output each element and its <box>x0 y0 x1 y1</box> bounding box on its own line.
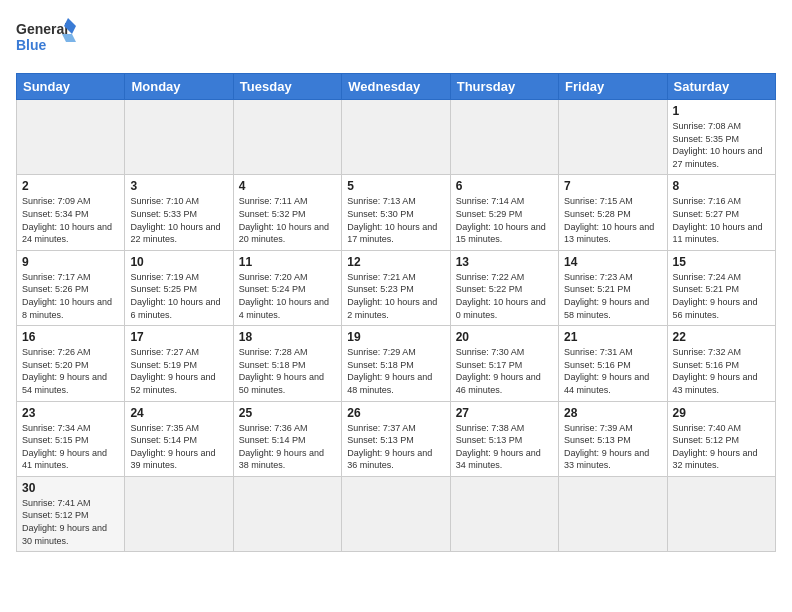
day-number: 10 <box>130 255 227 269</box>
svg-marker-3 <box>62 34 76 42</box>
calendar-cell: 7Sunrise: 7:15 AM Sunset: 5:28 PM Daylig… <box>559 175 667 250</box>
day-info: Sunrise: 7:16 AM Sunset: 5:27 PM Dayligh… <box>673 195 770 245</box>
day-number: 19 <box>347 330 444 344</box>
day-number: 20 <box>456 330 553 344</box>
calendar-cell: 10Sunrise: 7:19 AM Sunset: 5:25 PM Dayli… <box>125 250 233 325</box>
day-number: 29 <box>673 406 770 420</box>
day-number: 21 <box>564 330 661 344</box>
day-number: 4 <box>239 179 336 193</box>
day-number: 1 <box>673 104 770 118</box>
calendar-cell <box>125 100 233 175</box>
weekday-header: Monday <box>125 74 233 100</box>
calendar-cell: 15Sunrise: 7:24 AM Sunset: 5:21 PM Dayli… <box>667 250 775 325</box>
calendar-cell: 18Sunrise: 7:28 AM Sunset: 5:18 PM Dayli… <box>233 326 341 401</box>
logo-svg: General Blue <box>16 16 76 61</box>
day-number: 30 <box>22 481 119 495</box>
day-info: Sunrise: 7:28 AM Sunset: 5:18 PM Dayligh… <box>239 346 336 396</box>
day-number: 22 <box>673 330 770 344</box>
calendar-header-row: SundayMondayTuesdayWednesdayThursdayFrid… <box>17 74 776 100</box>
day-info: Sunrise: 7:31 AM Sunset: 5:16 PM Dayligh… <box>564 346 661 396</box>
day-info: Sunrise: 7:19 AM Sunset: 5:25 PM Dayligh… <box>130 271 227 321</box>
weekday-header: Saturday <box>667 74 775 100</box>
day-number: 24 <box>130 406 227 420</box>
logo: General Blue <box>16 16 76 61</box>
calendar-cell: 17Sunrise: 7:27 AM Sunset: 5:19 PM Dayli… <box>125 326 233 401</box>
day-number: 18 <box>239 330 336 344</box>
page-header: General Blue <box>16 16 776 61</box>
calendar-cell <box>342 476 450 551</box>
day-info: Sunrise: 7:32 AM Sunset: 5:16 PM Dayligh… <box>673 346 770 396</box>
day-info: Sunrise: 7:24 AM Sunset: 5:21 PM Dayligh… <box>673 271 770 321</box>
day-info: Sunrise: 7:20 AM Sunset: 5:24 PM Dayligh… <box>239 271 336 321</box>
weekday-header: Friday <box>559 74 667 100</box>
day-number: 2 <box>22 179 119 193</box>
calendar-cell: 24Sunrise: 7:35 AM Sunset: 5:14 PM Dayli… <box>125 401 233 476</box>
day-number: 28 <box>564 406 661 420</box>
day-number: 11 <box>239 255 336 269</box>
day-info: Sunrise: 7:08 AM Sunset: 5:35 PM Dayligh… <box>673 120 770 170</box>
day-info: Sunrise: 7:17 AM Sunset: 5:26 PM Dayligh… <box>22 271 119 321</box>
day-info: Sunrise: 7:38 AM Sunset: 5:13 PM Dayligh… <box>456 422 553 472</box>
calendar-cell <box>125 476 233 551</box>
calendar-cell: 11Sunrise: 7:20 AM Sunset: 5:24 PM Dayli… <box>233 250 341 325</box>
day-number: 9 <box>22 255 119 269</box>
day-info: Sunrise: 7:29 AM Sunset: 5:18 PM Dayligh… <box>347 346 444 396</box>
weekday-header: Sunday <box>17 74 125 100</box>
calendar-week-row: 2Sunrise: 7:09 AM Sunset: 5:34 PM Daylig… <box>17 175 776 250</box>
calendar-table: SundayMondayTuesdayWednesdayThursdayFrid… <box>16 73 776 552</box>
day-info: Sunrise: 7:14 AM Sunset: 5:29 PM Dayligh… <box>456 195 553 245</box>
calendar-cell <box>233 100 341 175</box>
day-number: 25 <box>239 406 336 420</box>
day-number: 8 <box>673 179 770 193</box>
calendar-cell <box>559 476 667 551</box>
calendar-week-row: 1Sunrise: 7:08 AM Sunset: 5:35 PM Daylig… <box>17 100 776 175</box>
day-number: 14 <box>564 255 661 269</box>
calendar-cell: 19Sunrise: 7:29 AM Sunset: 5:18 PM Dayli… <box>342 326 450 401</box>
day-info: Sunrise: 7:09 AM Sunset: 5:34 PM Dayligh… <box>22 195 119 245</box>
calendar-cell: 4Sunrise: 7:11 AM Sunset: 5:32 PM Daylig… <box>233 175 341 250</box>
day-info: Sunrise: 7:23 AM Sunset: 5:21 PM Dayligh… <box>564 271 661 321</box>
calendar-week-row: 23Sunrise: 7:34 AM Sunset: 5:15 PM Dayli… <box>17 401 776 476</box>
day-number: 15 <box>673 255 770 269</box>
svg-text:General: General <box>16 21 68 37</box>
calendar-week-row: 16Sunrise: 7:26 AM Sunset: 5:20 PM Dayli… <box>17 326 776 401</box>
day-info: Sunrise: 7:41 AM Sunset: 5:12 PM Dayligh… <box>22 497 119 547</box>
calendar-cell: 20Sunrise: 7:30 AM Sunset: 5:17 PM Dayli… <box>450 326 558 401</box>
weekday-header: Thursday <box>450 74 558 100</box>
day-info: Sunrise: 7:15 AM Sunset: 5:28 PM Dayligh… <box>564 195 661 245</box>
day-info: Sunrise: 7:10 AM Sunset: 5:33 PM Dayligh… <box>130 195 227 245</box>
calendar-cell: 25Sunrise: 7:36 AM Sunset: 5:14 PM Dayli… <box>233 401 341 476</box>
calendar-cell: 28Sunrise: 7:39 AM Sunset: 5:13 PM Dayli… <box>559 401 667 476</box>
calendar-cell: 14Sunrise: 7:23 AM Sunset: 5:21 PM Dayli… <box>559 250 667 325</box>
calendar-cell <box>17 100 125 175</box>
calendar-cell <box>233 476 341 551</box>
day-info: Sunrise: 7:11 AM Sunset: 5:32 PM Dayligh… <box>239 195 336 245</box>
day-number: 16 <box>22 330 119 344</box>
calendar-cell: 26Sunrise: 7:37 AM Sunset: 5:13 PM Dayli… <box>342 401 450 476</box>
calendar-cell <box>667 476 775 551</box>
day-info: Sunrise: 7:26 AM Sunset: 5:20 PM Dayligh… <box>22 346 119 396</box>
calendar-cell: 27Sunrise: 7:38 AM Sunset: 5:13 PM Dayli… <box>450 401 558 476</box>
day-number: 23 <box>22 406 119 420</box>
calendar-cell: 1Sunrise: 7:08 AM Sunset: 5:35 PM Daylig… <box>667 100 775 175</box>
day-number: 5 <box>347 179 444 193</box>
calendar-cell: 9Sunrise: 7:17 AM Sunset: 5:26 PM Daylig… <box>17 250 125 325</box>
calendar-week-row: 9Sunrise: 7:17 AM Sunset: 5:26 PM Daylig… <box>17 250 776 325</box>
calendar-cell <box>450 100 558 175</box>
day-info: Sunrise: 7:40 AM Sunset: 5:12 PM Dayligh… <box>673 422 770 472</box>
day-info: Sunrise: 7:35 AM Sunset: 5:14 PM Dayligh… <box>130 422 227 472</box>
calendar-cell: 23Sunrise: 7:34 AM Sunset: 5:15 PM Dayli… <box>17 401 125 476</box>
weekday-header: Wednesday <box>342 74 450 100</box>
day-info: Sunrise: 7:37 AM Sunset: 5:13 PM Dayligh… <box>347 422 444 472</box>
calendar-cell <box>559 100 667 175</box>
day-info: Sunrise: 7:27 AM Sunset: 5:19 PM Dayligh… <box>130 346 227 396</box>
day-number: 6 <box>456 179 553 193</box>
calendar-cell: 21Sunrise: 7:31 AM Sunset: 5:16 PM Dayli… <box>559 326 667 401</box>
calendar-cell: 5Sunrise: 7:13 AM Sunset: 5:30 PM Daylig… <box>342 175 450 250</box>
calendar-cell: 8Sunrise: 7:16 AM Sunset: 5:27 PM Daylig… <box>667 175 775 250</box>
day-info: Sunrise: 7:30 AM Sunset: 5:17 PM Dayligh… <box>456 346 553 396</box>
day-info: Sunrise: 7:22 AM Sunset: 5:22 PM Dayligh… <box>456 271 553 321</box>
calendar-cell: 30Sunrise: 7:41 AM Sunset: 5:12 PM Dayli… <box>17 476 125 551</box>
day-number: 13 <box>456 255 553 269</box>
day-info: Sunrise: 7:13 AM Sunset: 5:30 PM Dayligh… <box>347 195 444 245</box>
